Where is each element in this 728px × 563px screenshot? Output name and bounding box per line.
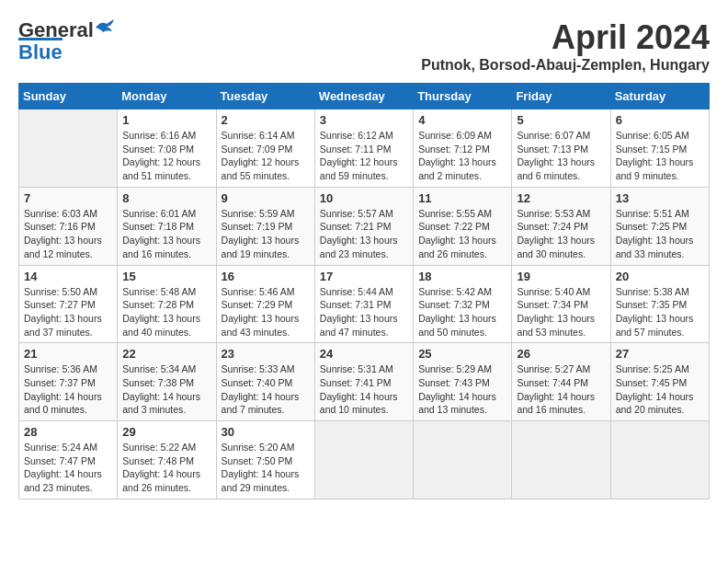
calendar-cell: 15Sunrise: 5:48 AMSunset: 7:28 PMDayligh…: [118, 265, 216, 343]
logo-blue-text: Blue: [18, 38, 63, 64]
calendar-cell: 10Sunrise: 5:57 AMSunset: 7:21 PMDayligh…: [314, 187, 413, 265]
day-number: 12: [517, 191, 605, 205]
day-info: Sunrise: 5:59 AMSunset: 7:19 PMDaylight:…: [222, 207, 310, 261]
day-info: Sunrise: 6:09 AMSunset: 7:12 PMDaylight:…: [418, 129, 506, 183]
calendar-cell: 11Sunrise: 5:55 AMSunset: 7:22 PMDayligh…: [414, 187, 512, 265]
calendar-cell: 1Sunrise: 6:16 AMSunset: 7:08 PMDaylight…: [118, 109, 216, 188]
day-info: Sunrise: 5:27 AMSunset: 7:44 PMDaylight:…: [517, 362, 605, 417]
day-number: 20: [616, 270, 704, 283]
calendar-cell: 9Sunrise: 5:59 AMSunset: 7:19 PMDaylight…: [216, 187, 314, 265]
month-title: April 2024: [421, 18, 710, 57]
logo-bird-icon: [94, 18, 116, 37]
calendar-week-2: 7Sunrise: 6:03 AMSunset: 7:16 PMDaylight…: [19, 187, 710, 265]
calendar-cell: 26Sunrise: 5:27 AMSunset: 7:44 PMDayligh…: [512, 343, 610, 421]
header-cell-monday: Monday: [118, 84, 216, 109]
day-number: 23: [222, 347, 310, 361]
day-number: 24: [320, 347, 408, 361]
calendar-week-4: 21Sunrise: 5:36 AMSunset: 7:37 PMDayligh…: [19, 343, 710, 421]
calendar-header-row: SundayMondayTuesdayWednesdayThursdayFrid…: [19, 84, 710, 109]
calendar-cell: [610, 421, 709, 500]
header-cell-tuesday: Tuesday: [216, 84, 314, 109]
day-number: 14: [24, 270, 112, 283]
day-number: 1: [122, 113, 210, 127]
day-info: Sunrise: 5:38 AMSunset: 7:35 PMDaylight:…: [616, 285, 704, 339]
logo: General Blue: [18, 18, 116, 64]
day-number: 25: [418, 347, 506, 361]
day-number: 19: [517, 270, 605, 283]
calendar-cell: 28Sunrise: 5:24 AMSunset: 7:47 PMDayligh…: [19, 421, 118, 500]
day-number: 10: [320, 191, 408, 205]
header-cell-saturday: Saturday: [610, 84, 709, 109]
day-info: Sunrise: 6:12 AMSunset: 7:11 PMDaylight:…: [320, 129, 408, 183]
day-info: Sunrise: 5:57 AMSunset: 7:21 PMDaylight:…: [320, 207, 408, 261]
calendar-cell: 13Sunrise: 5:51 AMSunset: 7:25 PMDayligh…: [610, 187, 709, 265]
day-number: 28: [24, 425, 112, 439]
day-info: Sunrise: 5:31 AMSunset: 7:41 PMDaylight:…: [320, 362, 408, 417]
location-title: Putnok, Borsod-Abauj-Zemplen, Hungary: [421, 57, 710, 74]
day-info: Sunrise: 6:01 AMSunset: 7:18 PMDaylight:…: [122, 207, 210, 261]
day-number: 18: [418, 270, 506, 283]
calendar-cell: 21Sunrise: 5:36 AMSunset: 7:37 PMDayligh…: [19, 343, 118, 421]
calendar-table: SundayMondayTuesdayWednesdayThursdayFrid…: [18, 83, 710, 500]
day-number: 29: [122, 425, 210, 439]
calendar-cell: 16Sunrise: 5:46 AMSunset: 7:29 PMDayligh…: [216, 265, 314, 343]
day-info: Sunrise: 5:50 AMSunset: 7:27 PMDaylight:…: [24, 285, 112, 339]
day-number: 11: [418, 191, 506, 205]
day-number: 26: [517, 347, 605, 361]
day-info: Sunrise: 5:34 AMSunset: 7:38 PMDaylight:…: [122, 362, 210, 417]
day-info: Sunrise: 6:14 AMSunset: 7:09 PMDaylight:…: [222, 129, 310, 183]
day-number: 13: [616, 191, 704, 205]
day-info: Sunrise: 5:44 AMSunset: 7:31 PMDaylight:…: [320, 285, 408, 339]
day-info: Sunrise: 6:07 AMSunset: 7:13 PMDaylight:…: [517, 129, 605, 183]
day-number: 6: [616, 113, 704, 127]
day-number: 15: [122, 270, 210, 283]
calendar-cell: 30Sunrise: 5:20 AMSunset: 7:50 PMDayligh…: [216, 421, 314, 500]
day-number: 2: [222, 113, 310, 127]
calendar-cell: 6Sunrise: 6:05 AMSunset: 7:15 PMDaylight…: [610, 109, 709, 188]
calendar-cell: 2Sunrise: 6:14 AMSunset: 7:09 PMDaylight…: [216, 109, 314, 188]
day-info: Sunrise: 5:53 AMSunset: 7:24 PMDaylight:…: [517, 207, 605, 261]
day-info: Sunrise: 6:16 AMSunset: 7:08 PMDaylight:…: [122, 129, 210, 183]
day-info: Sunrise: 5:25 AMSunset: 7:45 PMDaylight:…: [616, 362, 704, 417]
calendar-cell: 22Sunrise: 5:34 AMSunset: 7:38 PMDayligh…: [118, 343, 216, 421]
calendar-cell: 7Sunrise: 6:03 AMSunset: 7:16 PMDaylight…: [19, 187, 118, 265]
calendar-cell: [512, 421, 610, 500]
header-cell-wednesday: Wednesday: [314, 84, 413, 109]
calendar-week-3: 14Sunrise: 5:50 AMSunset: 7:27 PMDayligh…: [19, 265, 710, 343]
calendar-cell: 25Sunrise: 5:29 AMSunset: 7:43 PMDayligh…: [414, 343, 512, 421]
calendar-cell: 20Sunrise: 5:38 AMSunset: 7:35 PMDayligh…: [610, 265, 709, 343]
calendar-cell: 12Sunrise: 5:53 AMSunset: 7:24 PMDayligh…: [512, 187, 610, 265]
day-info: Sunrise: 5:33 AMSunset: 7:40 PMDaylight:…: [222, 362, 310, 417]
calendar-cell: 27Sunrise: 5:25 AMSunset: 7:45 PMDayligh…: [610, 343, 709, 421]
day-number: 27: [616, 347, 704, 361]
day-number: 16: [222, 270, 310, 283]
day-info: Sunrise: 5:29 AMSunset: 7:43 PMDaylight:…: [418, 362, 506, 417]
day-number: 8: [122, 191, 210, 205]
day-number: 4: [418, 113, 506, 127]
calendar-cell: [19, 109, 118, 188]
calendar-cell: 24Sunrise: 5:31 AMSunset: 7:41 PMDayligh…: [314, 343, 413, 421]
header: General Blue April 2024 Putnok, Borsod-A…: [18, 18, 710, 74]
title-area: April 2024 Putnok, Borsod-Abauj-Zemplen,…: [421, 18, 710, 74]
calendar-cell: 18Sunrise: 5:42 AMSunset: 7:32 PMDayligh…: [414, 265, 512, 343]
day-info: Sunrise: 5:20 AMSunset: 7:50 PMDaylight:…: [222, 441, 310, 495]
day-number: 3: [320, 113, 408, 127]
calendar-cell: 3Sunrise: 6:12 AMSunset: 7:11 PMDaylight…: [314, 109, 413, 188]
day-number: 22: [122, 347, 210, 361]
calendar-cell: 5Sunrise: 6:07 AMSunset: 7:13 PMDaylight…: [512, 109, 610, 188]
day-number: 30: [222, 425, 310, 439]
day-info: Sunrise: 5:46 AMSunset: 7:29 PMDaylight:…: [222, 285, 310, 339]
calendar-cell: 14Sunrise: 5:50 AMSunset: 7:27 PMDayligh…: [19, 265, 118, 343]
header-cell-thursday: Thursday: [414, 84, 512, 109]
day-info: Sunrise: 5:24 AMSunset: 7:47 PMDaylight:…: [24, 441, 112, 495]
calendar-week-1: 1Sunrise: 6:16 AMSunset: 7:08 PMDaylight…: [19, 109, 710, 188]
day-info: Sunrise: 6:05 AMSunset: 7:15 PMDaylight:…: [616, 129, 704, 183]
calendar-cell: 4Sunrise: 6:09 AMSunset: 7:12 PMDaylight…: [414, 109, 512, 188]
day-number: 7: [24, 191, 112, 205]
calendar-cell: 8Sunrise: 6:01 AMSunset: 7:18 PMDaylight…: [118, 187, 216, 265]
day-number: 9: [222, 191, 310, 205]
calendar-cell: 29Sunrise: 5:22 AMSunset: 7:48 PMDayligh…: [118, 421, 216, 500]
day-info: Sunrise: 5:48 AMSunset: 7:28 PMDaylight:…: [122, 285, 210, 339]
day-info: Sunrise: 5:36 AMSunset: 7:37 PMDaylight:…: [24, 362, 112, 417]
calendar-body: 1Sunrise: 6:16 AMSunset: 7:08 PMDaylight…: [19, 109, 710, 500]
